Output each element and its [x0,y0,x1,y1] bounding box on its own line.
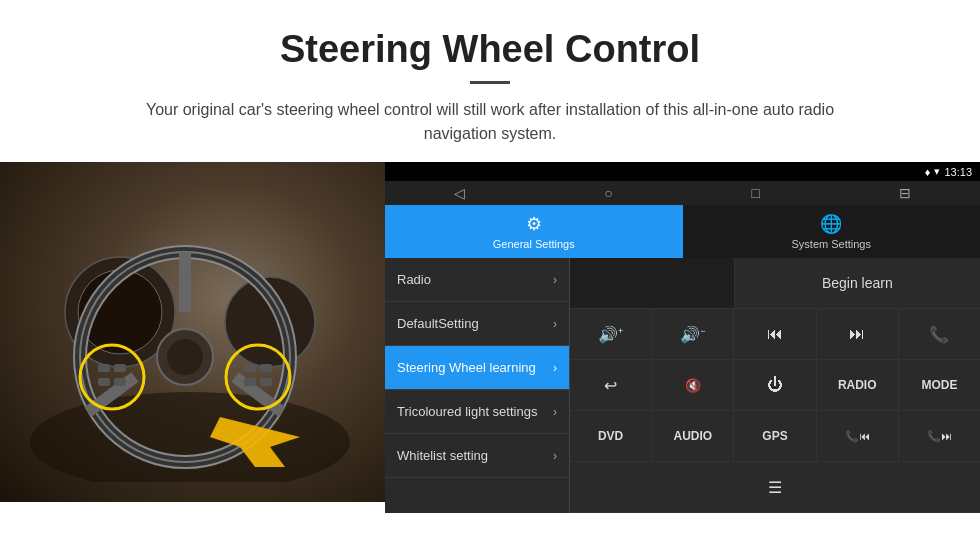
power-icon: ⏻ [767,376,783,394]
svg-rect-19 [260,364,272,372]
prev-track-button[interactable]: ⏮ [734,309,816,359]
car-bg [0,162,385,502]
control-row-3: ↩ 🔇 ⏻ RADIO MODE [570,360,980,411]
nav-bar: ◁ ○ □ ⊟ [385,181,980,205]
control-row-2: 🔊+ 🔊− ⏮ ⏭ 📞 [570,309,980,360]
home-nav[interactable]: ○ [604,185,612,201]
phone-next-icon: 📞⏭ [927,430,952,443]
gps-label: GPS [762,429,787,443]
main-panel: Radio › DefaultSetting › Steering Wheel … [385,258,980,513]
menu-item-steering[interactable]: Steering Wheel learning › [385,346,569,390]
control-row-4: DVD AUDIO GPS 📞⏮ 📞⏭ [570,411,980,462]
menu-item-whitelist[interactable]: Whitelist setting › [385,434,569,478]
page-title: Steering Wheel Control [40,28,940,71]
menu-list: Radio › DefaultSetting › Steering Wheel … [385,258,570,513]
menu-item-steering-label: Steering Wheel learning [397,360,536,375]
chevron-icon: › [553,273,557,287]
next-icon: ⏭ [849,325,865,343]
mute-icon: 🔇 [685,378,701,393]
phone-next-button[interactable]: 📞⏭ [899,411,980,461]
tabs-bar: ⚙ General Settings 🌐 System Settings [385,205,980,258]
tab-general-label: General Settings [493,238,575,250]
mute-button[interactable]: 🔇 [652,360,734,410]
car-image [0,162,385,502]
prev-icon: ⏮ [767,325,783,343]
header: Steering Wheel Control Your original car… [0,0,980,162]
dvd-label: DVD [598,429,623,443]
menu-item-whitelist-label: Whitelist setting [397,448,488,463]
chevron-icon: › [553,449,557,463]
svg-rect-20 [244,378,256,386]
radio-label: RADIO [838,378,877,392]
audio-label: AUDIO [673,429,712,443]
subtitle: Your original car's steering wheel contr… [140,98,840,146]
back-button[interactable]: ↩ [570,360,652,410]
vol-up-icon: 🔊+ [598,325,623,344]
menu-item-default[interactable]: DefaultSetting › [385,302,569,346]
dvd-button[interactable]: DVD [570,411,652,461]
tab-general[interactable]: ⚙ General Settings [385,205,683,258]
menu-nav[interactable]: ⊟ [899,185,911,201]
control-row-5: ☰ [570,462,980,513]
wifi-icon: ▾ [934,165,940,178]
chevron-icon: › [553,317,557,331]
svg-rect-16 [98,378,110,386]
control-row-1: Begin learn [570,258,980,309]
system-settings-icon: 🌐 [820,213,842,235]
empty-cell [570,258,735,308]
back-nav[interactable]: ◁ [454,185,465,201]
radio-button[interactable]: RADIO [817,360,899,410]
steering-wheel-illustration [30,182,350,482]
phone-button[interactable]: 📞 [899,309,980,359]
vol-up-button[interactable]: 🔊+ [570,309,652,359]
tab-system-label: System Settings [792,238,871,250]
back-icon: ↩ [604,376,617,395]
phone-prev-button[interactable]: 📞⏮ [817,411,899,461]
gps-button[interactable]: GPS [734,411,816,461]
svg-rect-18 [244,364,256,372]
status-icons: ♦ ▾ 13:13 [925,165,972,178]
next-track-button[interactable]: ⏭ [817,309,899,359]
vol-down-icon: 🔊− [680,325,705,344]
status-time: 13:13 [944,166,972,178]
general-settings-icon: ⚙ [526,213,542,235]
tab-system[interactable]: 🌐 System Settings [683,205,981,258]
menu-item-default-label: DefaultSetting [397,316,479,331]
menu-item-tricolour[interactable]: Tricoloured light settings › [385,390,569,434]
divider [470,81,510,84]
location-icon: ♦ [925,166,931,178]
content-area: ♦ ▾ 13:13 ◁ ○ □ ⊟ ⚙ General Settings 🌐 S… [0,162,980,502]
menu-item-tricolour-label: Tricoloured light settings [397,404,537,419]
svg-point-11 [167,339,203,375]
phone-icon: 📞 [929,325,949,344]
menu-item-radio[interactable]: Radio › [385,258,569,302]
power-button[interactable]: ⏻ [734,360,816,410]
control-panel: Begin learn 🔊+ 🔊− ⏮ ⏭ [570,258,980,513]
list-button[interactable]: ☰ [570,462,980,512]
status-bar: ♦ ▾ 13:13 [385,162,980,181]
chevron-icon: › [553,361,557,375]
svg-rect-15 [114,364,126,372]
vol-down-button[interactable]: 🔊− [652,309,734,359]
audio-button[interactable]: AUDIO [652,411,734,461]
phone-prev-icon: 📞⏮ [845,430,870,443]
svg-rect-17 [114,378,126,386]
mode-button[interactable]: MODE [899,360,980,410]
recent-nav[interactable]: □ [751,185,759,201]
chevron-icon: › [553,405,557,419]
list-icon: ☰ [768,478,782,497]
mode-label: MODE [921,378,957,392]
svg-rect-14 [98,364,110,372]
android-ui: ♦ ▾ 13:13 ◁ ○ □ ⊟ ⚙ General Settings 🌐 S… [385,162,980,502]
begin-learn-button[interactable]: Begin learn [735,258,980,308]
svg-rect-21 [260,378,272,386]
menu-item-radio-label: Radio [397,272,431,287]
